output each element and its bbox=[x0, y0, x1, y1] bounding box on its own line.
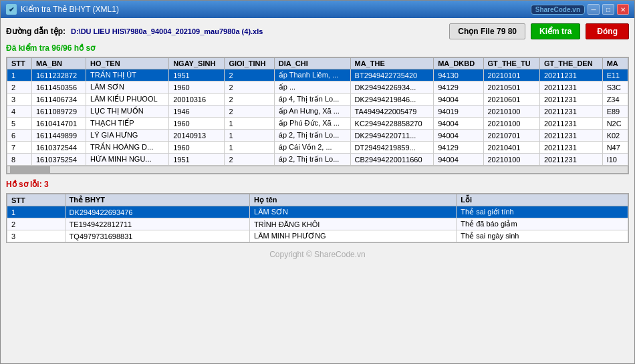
table-cell: DT29494219859... bbox=[350, 142, 434, 154]
table-row[interactable]: 21611450356LÂM SƠN19602ấp ...DK294942269… bbox=[7, 81, 628, 94]
table-cell: 94130 bbox=[434, 69, 483, 81]
table-cell: 2 bbox=[225, 69, 274, 81]
table-cell: I10 bbox=[602, 154, 628, 166]
table-cell: 20210501 bbox=[483, 81, 539, 94]
table-cell: 20211231 bbox=[539, 154, 602, 166]
table-cell: 1610414701 bbox=[31, 118, 86, 130]
main-table-wrapper[interactable]: STT MA_BN HO_TEN NGAY_SINH GIOI_TINH DIA… bbox=[7, 57, 628, 166]
main-window: ✔ Kiểm tra Thẻ BHYT (XML1) ShareCode.vn … bbox=[0, 0, 635, 364]
error-cell: Thẻ sai giới tính bbox=[457, 206, 628, 218]
table-row[interactable]: 51610414701THẠCH TIẾP19601ấp Phú Đức, Xã… bbox=[7, 118, 628, 130]
table-cell: CB29494220011660 bbox=[350, 154, 434, 166]
table-cell: 20211231 bbox=[539, 142, 602, 154]
error-cell: 2 bbox=[7, 218, 66, 230]
sharecode-logo: ShareCode.vn bbox=[531, 5, 585, 15]
table-row[interactable]: 31611406734LÂM KIỀU PHUOOL200103162áp 4,… bbox=[7, 94, 628, 106]
table-cell: LỤC THỊ MUỒN bbox=[86, 106, 169, 118]
table-cell: 20211231 bbox=[539, 81, 602, 94]
col-gt-the-den: GT_THE_DEN bbox=[539, 58, 602, 69]
error-table-body: 1DK2949422693476LÂM SƠNThẻ sai giới tính… bbox=[7, 206, 628, 242]
table-cell: 2 bbox=[225, 106, 274, 118]
table-cell: 2 bbox=[7, 81, 32, 94]
table-cell: 1 bbox=[7, 69, 32, 81]
table-row[interactable]: 41611089729LỤC THỊ MUỒN19462ấp An Hưng, … bbox=[7, 106, 628, 118]
table-cell: LÝ GIA HƯNG bbox=[86, 130, 169, 142]
minimize-button[interactable]: ─ bbox=[588, 4, 600, 15]
maximize-button[interactable]: □ bbox=[602, 4, 614, 15]
title-bar-right: ShareCode.vn ─ □ ✕ bbox=[531, 4, 629, 15]
main-table: STT MA_BN HO_TEN NGAY_SINH GIOI_TINH DIA… bbox=[7, 57, 628, 166]
table-cell: áp Cái Vồn 2, ... bbox=[274, 142, 350, 154]
col-ma-bn: MA_BN bbox=[31, 58, 86, 69]
err-col-stt: STT bbox=[7, 194, 66, 206]
err-col-the-bhyt: Thẻ BHYT bbox=[65, 194, 249, 206]
error-table: STT Thẻ BHYT Họ tên Lỗi 1DK2949422693476… bbox=[7, 194, 628, 242]
table-cell: BT2949422735420 bbox=[350, 69, 434, 81]
table-cell: 20210100 bbox=[483, 106, 539, 118]
table-cell: TA4949422005479 bbox=[350, 106, 434, 118]
table-cell: 20211231 bbox=[539, 94, 602, 106]
table-cell: 7 bbox=[7, 142, 32, 154]
error-cell: LÂM MINH PHƯƠNG bbox=[250, 230, 457, 242]
table-cell: 1960 bbox=[169, 81, 225, 94]
table-cell: 1 bbox=[225, 130, 274, 142]
col-ma: MA bbox=[602, 58, 628, 69]
table-cell: 94004 bbox=[434, 130, 483, 142]
error-row[interactable]: 1DK2949422693476LÂM SƠNThẻ sai giới tính bbox=[7, 206, 628, 218]
error-row[interactable]: 2TE1949422812711TRÌNH ĐĂNG KHÔIThẻ đã bá… bbox=[7, 218, 628, 230]
table-row[interactable]: 61611449899LÝ GIA HƯNG201409131áp 2, Thị… bbox=[7, 130, 628, 142]
table-cell: 20010316 bbox=[169, 94, 225, 106]
table-cell: KC29494228858270 bbox=[350, 118, 434, 130]
close-button[interactable]: ✕ bbox=[617, 4, 629, 15]
table-cell: 6 bbox=[7, 130, 32, 142]
table-cell: 94004 bbox=[434, 94, 483, 106]
table-row[interactable]: 81610375254HỨA MINH NGU...19512áp 2, Thị… bbox=[7, 154, 628, 166]
status-text: Đã kiểm tra 96/96 hồ sơ bbox=[6, 43, 629, 53]
app-icon: ✔ bbox=[6, 4, 17, 15]
table-row[interactable]: 11611232872TRẦN THỊ ÚT19512ấp Thanh Liêm… bbox=[7, 69, 628, 81]
content-area: Đường dẫn tệp: D:\DU LIEU HIS\7980a_9400… bbox=[1, 18, 634, 363]
table-cell: 8 bbox=[7, 154, 32, 166]
horizontal-scrollbar[interactable] bbox=[7, 166, 628, 174]
error-row[interactable]: 3TQ4979731698831LÂM MINH PHƯƠNGThẻ sai n… bbox=[7, 230, 628, 242]
table-cell: 2 bbox=[225, 94, 274, 106]
table-cell: ấp An Hưng, Xã ... bbox=[274, 106, 350, 118]
col-ma-the: MA_THE bbox=[350, 58, 434, 69]
err-col-loi: Lỗi bbox=[457, 194, 628, 206]
error-table-header: STT Thẻ BHYT Họ tên Lỗi bbox=[7, 194, 628, 206]
table-cell: 20140913 bbox=[169, 130, 225, 142]
table-cell: DK29494226934... bbox=[350, 81, 434, 94]
table-cell: HỨA MINH NGU... bbox=[86, 154, 169, 166]
table-cell: K02 bbox=[602, 130, 628, 142]
table-cell: 1946 bbox=[169, 106, 225, 118]
error-table-section: STT Thẻ BHYT Họ tên Lỗi 1DK2949422693476… bbox=[6, 193, 629, 243]
footer: Copyright © ShareCode.vn bbox=[6, 247, 629, 262]
table-cell: 94129 bbox=[434, 142, 483, 154]
table-cell: 1610375254 bbox=[31, 154, 86, 166]
close-dialog-button[interactable]: Đóng bbox=[586, 23, 629, 39]
col-dia-chi: DIA_CHI bbox=[274, 58, 350, 69]
col-ho-ten: HO_TEN bbox=[86, 58, 169, 69]
table-cell: 94019 bbox=[434, 106, 483, 118]
check-button[interactable]: Kiểm tra bbox=[531, 23, 580, 39]
error-cell: 1 bbox=[7, 206, 66, 218]
table-cell: DK29494219846... bbox=[350, 94, 434, 106]
table-cell: áp 2, Thị trấn Lo... bbox=[274, 154, 350, 166]
table-cell: ấp Phú Đức, Xã ... bbox=[274, 118, 350, 130]
table-cell: 4 bbox=[7, 106, 32, 118]
table-cell: áp 4, Thị trấn Lo... bbox=[274, 94, 350, 106]
table-cell: LÂM KIỀU PHUOOL bbox=[86, 94, 169, 106]
table-cell: 1610372544 bbox=[31, 142, 86, 154]
error-table-wrapper[interactable]: STT Thẻ BHYT Họ tên Lỗi 1DK2949422693476… bbox=[7, 194, 628, 242]
table-cell: N47 bbox=[602, 142, 628, 154]
error-section-label: Hồ sơ lỗi: 3 bbox=[6, 180, 629, 189]
col-gioi-tinh: GIOI_TINH bbox=[225, 58, 274, 69]
table-cell: 1 bbox=[225, 118, 274, 130]
window-title: Kiểm tra Thẻ BHYT (XML1) bbox=[21, 5, 119, 14]
table-row[interactable]: 71610372544TRẦN HOÀNG D...19601áp Cái Vồ… bbox=[7, 142, 628, 154]
table-cell: 94129 bbox=[434, 81, 483, 94]
table-cell: DK29494220711... bbox=[350, 130, 434, 142]
table-cell: 20211231 bbox=[539, 118, 602, 130]
choose-file-button[interactable]: Chọn File 79 80 bbox=[449, 23, 525, 39]
table-cell: Z34 bbox=[602, 94, 628, 106]
